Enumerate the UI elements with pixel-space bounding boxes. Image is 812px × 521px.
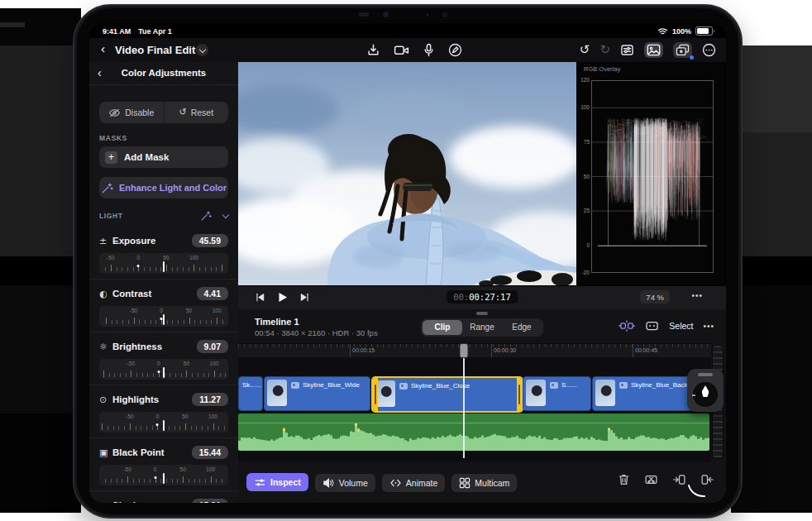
timeline-more-button[interactable]: ••• xyxy=(703,322,714,331)
ruler-timecode-label: 00:00:30 xyxy=(494,347,516,353)
inspect-button[interactable]: Inspect xyxy=(246,473,308,491)
sensor-dot-icon xyxy=(427,14,428,16)
masks-section-label: MASKS xyxy=(99,134,228,142)
black-point-icon: ▣ xyxy=(99,447,112,458)
parameter-value[interactable]: 11.27 xyxy=(192,393,228,406)
parameter-slider[interactable]: -50050100 xyxy=(99,253,228,274)
panel-title: Color Adjustments xyxy=(89,68,238,78)
smart-conform-icon[interactable] xyxy=(619,320,635,332)
multicam-button[interactable]: Multicam xyxy=(451,474,517,492)
multicam-grid-icon xyxy=(459,477,470,489)
timeline-name: Timeline 1 xyxy=(255,317,299,327)
timeline-clip[interactable]: Sk...... xyxy=(238,376,263,411)
insert-clip-icon[interactable] xyxy=(672,473,686,486)
trash-icon[interactable] xyxy=(618,473,630,486)
timecode-display[interactable]: 00:00:27:17 xyxy=(447,290,518,304)
scope-title: RGB Overlay xyxy=(584,65,620,73)
audio-clip[interactable] xyxy=(238,413,709,451)
parameter-slider[interactable]: -50050100 xyxy=(99,359,228,380)
parameter-value[interactable]: 4.41 xyxy=(197,287,228,300)
trim-handle-right[interactable] xyxy=(517,378,522,411)
camera-housing-icon xyxy=(359,12,369,17)
adjustments-icon[interactable] xyxy=(620,43,634,57)
parameter-name: Black Point xyxy=(112,447,192,457)
blade-icon[interactable] xyxy=(644,473,658,486)
sliders-icon xyxy=(254,476,266,489)
ruler-tick xyxy=(491,344,492,357)
eye-slash-icon xyxy=(108,108,121,117)
parameter-value[interactable]: 9.07 xyxy=(197,340,228,353)
project-title-dropdown[interactable] xyxy=(196,44,208,56)
mic-icon[interactable] xyxy=(423,43,435,57)
timeline-clip[interactable]: Skyline_Blue_Wide xyxy=(264,376,370,411)
parameter-value[interactable]: 15.44 xyxy=(192,446,228,459)
camera-icon[interactable] xyxy=(394,43,409,57)
mode-range[interactable]: Range xyxy=(462,320,502,335)
light-section-header[interactable]: LIGHT xyxy=(99,210,228,222)
parameter-row: ▣ Black Point 15.44 -50050100 xyxy=(89,437,238,490)
parameter-value[interactable]: 15.31 xyxy=(192,499,228,503)
parameter-value[interactable]: 45.59 xyxy=(192,234,228,247)
redo-icon[interactable]: ↻ xyxy=(599,42,610,57)
video-viewer[interactable] xyxy=(238,62,576,285)
notification-dot xyxy=(690,55,694,60)
volume-button[interactable]: Volume xyxy=(315,474,375,492)
undo-icon[interactable]: ↺ xyxy=(580,42,590,57)
appearance-dial[interactable] xyxy=(692,381,719,408)
status-date: Tue Apr 1 xyxy=(138,27,172,36)
select-label[interactable]: Select xyxy=(669,321,693,331)
disable-reset-control: Disable ↺ Reset xyxy=(99,102,228,123)
clip-media-badge-icon xyxy=(550,382,558,389)
bg-block-left-1 xyxy=(0,45,81,256)
reset-button[interactable]: ↺ Reset xyxy=(164,102,229,123)
clips-star-icon[interactable] xyxy=(676,44,690,56)
highlights-icon: ⊙ xyxy=(99,394,112,405)
ruler-tick xyxy=(633,344,633,357)
project-title[interactable]: Video Final Edit xyxy=(115,44,195,56)
parameter-slider[interactable]: -50050100 xyxy=(99,465,228,485)
parameter-row: ◐ Contrast 4.41 -50050100 xyxy=(89,279,238,332)
timeline-resize-handle[interactable] xyxy=(476,312,488,315)
clip-appearance-popover[interactable] xyxy=(687,369,724,412)
timeline-clip[interactable]: S...... xyxy=(523,376,591,411)
viewer-more-button[interactable]: ••• xyxy=(691,291,703,300)
select-tool-icon[interactable] xyxy=(645,320,659,332)
bg-block-right-2 xyxy=(731,132,812,256)
play-icon[interactable] xyxy=(276,291,289,304)
mode-clip[interactable]: Clip xyxy=(423,320,462,335)
auto-wand-icon[interactable] xyxy=(200,210,212,222)
parameter-name: Brightness xyxy=(112,342,197,351)
clips-star-chip[interactable] xyxy=(673,42,692,58)
mode-edge[interactable]: Edge xyxy=(502,320,542,335)
parameter-slider[interactable]: -50050100 xyxy=(99,306,228,327)
timeline-clip-selected[interactable]: Skyline_Blue_Close xyxy=(371,376,523,413)
skip-forward-icon[interactable] xyxy=(299,292,310,303)
timeline-tracks: Sk......Skyline_Blue_WideSkyline_Blue_Cl… xyxy=(238,357,711,462)
skip-back-icon[interactable] xyxy=(255,292,265,303)
viewer-zoom-button[interactable]: 74 % xyxy=(640,290,670,304)
disable-button[interactable]: Disable xyxy=(99,102,164,123)
collapse-chevron-icon[interactable] xyxy=(222,212,229,218)
trim-handle-left[interactable] xyxy=(373,378,378,411)
import-icon[interactable] xyxy=(366,43,380,57)
ipad-device: 9:41 AM Tue Apr 1 100% ‹ Video Final Edi… xyxy=(73,4,743,519)
media-icon[interactable] xyxy=(647,44,661,56)
pencil-icon[interactable] xyxy=(448,43,462,57)
light-parameters: ± Exposure 45.59 -50050100 ◐ Contrast 4.… xyxy=(89,227,238,503)
animate-button[interactable]: Animate xyxy=(382,474,446,492)
dial-pointer-icon xyxy=(702,385,709,397)
parameter-row: ⊙ Highlights 11.27 -50050100 xyxy=(89,385,238,437)
more-icon[interactable] xyxy=(702,43,716,57)
add-mask-button[interactable]: + Add Mask xyxy=(99,146,228,168)
corner-swipe-indicator xyxy=(688,484,706,498)
clip-label: Skyline_Blue_Wide xyxy=(303,381,360,389)
parameter-slider[interactable]: -50050100 xyxy=(99,412,228,433)
playhead-handle[interactable] xyxy=(460,343,469,358)
media-browser-chip[interactable] xyxy=(644,42,663,58)
playhead-line[interactable] xyxy=(463,343,465,458)
back-chevron-icon[interactable]: ‹ xyxy=(101,41,105,55)
popover-handle[interactable] xyxy=(698,373,713,376)
timecode-main: 00:27:17 xyxy=(469,292,511,302)
timeline-ruler[interactable]: 00:00:1500:00:3000:00:45 xyxy=(238,343,711,358)
enhance-button[interactable]: Enhance Light and Color xyxy=(99,177,228,198)
